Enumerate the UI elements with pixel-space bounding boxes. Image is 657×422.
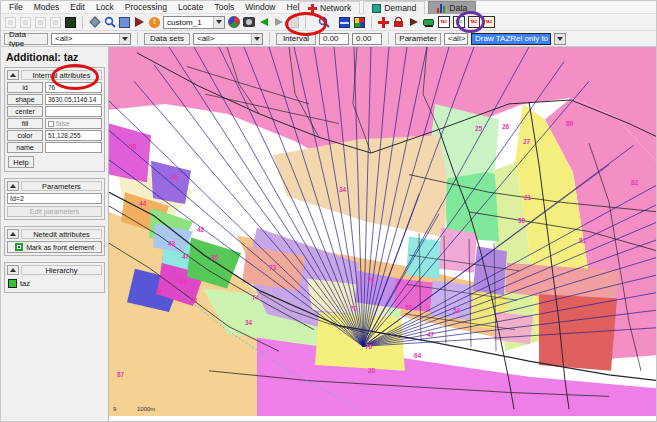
name-field[interactable] <box>45 142 102 153</box>
taz-rel-only-icon[interactable]: TAZ <box>482 16 495 29</box>
mark-front-element-button[interactable]: Mark as front element <box>7 241 102 253</box>
center-label-button[interactable]: center <box>7 106 43 117</box>
svg-text:21: 21 <box>524 194 532 201</box>
chevron-down-icon[interactable] <box>555 34 565 44</box>
attribute-row-name: name <box>7 142 102 153</box>
fill-checkbox-field[interactable]: false <box>45 118 102 129</box>
menu-edit[interactable]: Edit <box>70 2 85 12</box>
new-document-icon[interactable] <box>4 16 17 29</box>
checkbox-icon[interactable] <box>48 121 54 127</box>
media-icon[interactable] <box>64 16 77 29</box>
interval-button[interactable]: Interval <box>276 33 316 45</box>
move-diamond-icon[interactable] <box>88 16 101 29</box>
color-label-button[interactable]: color <box>7 130 43 141</box>
tab-network-label: Network <box>320 3 351 13</box>
tab-data-label: Data <box>449 3 467 13</box>
data-sets-button[interactable]: Data sets <box>144 33 190 45</box>
attribute-row-fill: fill false <box>7 118 102 129</box>
data-filter-bar: Data type <all> Data sets <all> Interval… <box>1 31 657 47</box>
id-label-button[interactable]: id <box>7 82 43 93</box>
inspect-view-icon[interactable] <box>118 16 131 29</box>
taz-tree-icon <box>8 279 17 288</box>
scale-label: 1000m <box>137 406 155 412</box>
warning-icon[interactable]: ! <box>148 16 161 29</box>
chevron-down-icon[interactable] <box>251 34 262 44</box>
red-cross-icon[interactable] <box>377 16 390 29</box>
color-wheel-icon[interactable] <box>227 16 240 29</box>
filterbar-separator <box>388 32 389 45</box>
shape-field[interactable]: 3630.05,1146.14 <box>45 94 102 105</box>
menu-locate[interactable]: Locate <box>178 2 204 12</box>
collapse-button[interactable] <box>7 265 19 275</box>
undo-icon[interactable] <box>257 16 270 29</box>
interval-end-field[interactable]: 0.00 <box>352 33 382 45</box>
snapshot-icon[interactable] <box>242 16 255 29</box>
save-as-icon[interactable] <box>49 16 62 29</box>
tazrel-draw-combo[interactable]: Draw TAZRel only to <box>471 33 551 45</box>
select-arrow-icon[interactable] <box>407 16 420 29</box>
collapse-button[interactable] <box>7 181 19 191</box>
map-view[interactable]: 5846443443474236304038347473877670795647… <box>109 47 657 416</box>
svg-text:56: 56 <box>405 304 413 311</box>
taz-sink-icon[interactable]: TAZ <box>467 16 480 29</box>
svg-text:81: 81 <box>579 237 587 244</box>
shape-label-button[interactable]: shape <box>7 94 43 105</box>
menu-tools[interactable]: Tools <box>214 2 234 12</box>
padlock-icon[interactable] <box>392 16 405 29</box>
vehicle-icon[interactable] <box>422 16 435 29</box>
main-toolbar: ! custom_1 TAZ TAZ TAZ TAZ <box>1 14 657 31</box>
zoom-icon[interactable] <box>103 16 116 29</box>
svg-text:58: 58 <box>129 143 137 150</box>
edge-rel-data-mode-icon[interactable] <box>353 16 366 29</box>
fill-label-button[interactable]: fill <box>7 118 43 129</box>
data-type-combo[interactable]: <all> <box>51 33 131 45</box>
open-file-icon[interactable] <box>19 16 32 29</box>
chevron-down-icon[interactable] <box>119 34 130 44</box>
redo-icon[interactable] <box>272 16 285 29</box>
parameters-field[interactable]: Id=2 <box>7 193 102 204</box>
svg-text:74: 74 <box>252 294 260 301</box>
data-sets-combo[interactable]: <all> <box>193 33 263 45</box>
mark-front-label: Mark as front element <box>26 244 94 251</box>
taz-icon[interactable]: TAZ <box>437 16 450 29</box>
menu-window[interactable]: Window <box>245 2 275 12</box>
parameter-button[interactable]: Parameter <box>395 33 441 45</box>
data-sets-value: <all> <box>197 34 214 43</box>
inspect-mode-icon[interactable] <box>317 16 330 29</box>
delete-icon[interactable] <box>133 16 146 29</box>
netedit-window: File Modes Edit Lock Processing Locate T… <box>0 0 657 422</box>
interval-begin-field[interactable]: 0.00 <box>319 33 349 45</box>
network-icon <box>308 4 317 13</box>
collapse-button[interactable] <box>7 70 19 80</box>
center-field[interactable] <box>45 106 102 117</box>
hierarchy-taz-item[interactable]: taz <box>7 277 102 290</box>
svg-text:27: 27 <box>523 138 531 145</box>
view-scheme-combo[interactable]: custom_1 <box>163 16 225 29</box>
svg-text:70: 70 <box>350 305 358 312</box>
edit-parameters-button[interactable]: Edit parameters <box>7 206 102 217</box>
tazrel-draw-combo-arrow[interactable] <box>554 33 566 45</box>
menu-processing[interactable]: Processing <box>125 2 167 12</box>
compute-icon[interactable] <box>287 16 300 29</box>
chevron-down-icon[interactable] <box>213 17 224 28</box>
fill-value: false <box>56 120 70 127</box>
color-field[interactable]: 51,128,255 <box>45 130 102 141</box>
menu-lock[interactable]: Lock <box>96 2 114 12</box>
map-svg: 5846443443474236304038347473877670795647… <box>109 47 657 416</box>
id-field[interactable]: 76 <box>45 82 102 93</box>
panel-title: Additional: taz <box>6 51 105 63</box>
tab-network[interactable]: Network <box>299 1 360 14</box>
menu-file[interactable]: File <box>9 2 23 12</box>
collapse-button[interactable] <box>7 229 19 239</box>
name-label-button[interactable]: name <box>7 142 43 153</box>
data-type-button[interactable]: Data type <box>4 33 48 45</box>
tab-demand[interactable]: Demand <box>363 1 425 14</box>
save-icon[interactable] <box>34 16 47 29</box>
taz-source-icon[interactable]: TAZ <box>452 16 465 29</box>
parameter-value-combo[interactable]: <all> <box>444 33 468 45</box>
tab-data[interactable]: Data <box>428 1 476 14</box>
netedit-attributes-group: Netedit attributes Mark as front element <box>4 226 105 256</box>
help-button[interactable]: Help <box>8 156 34 168</box>
edge-data-mode-icon[interactable] <box>338 16 351 29</box>
menu-modes[interactable]: Modes <box>34 2 60 12</box>
